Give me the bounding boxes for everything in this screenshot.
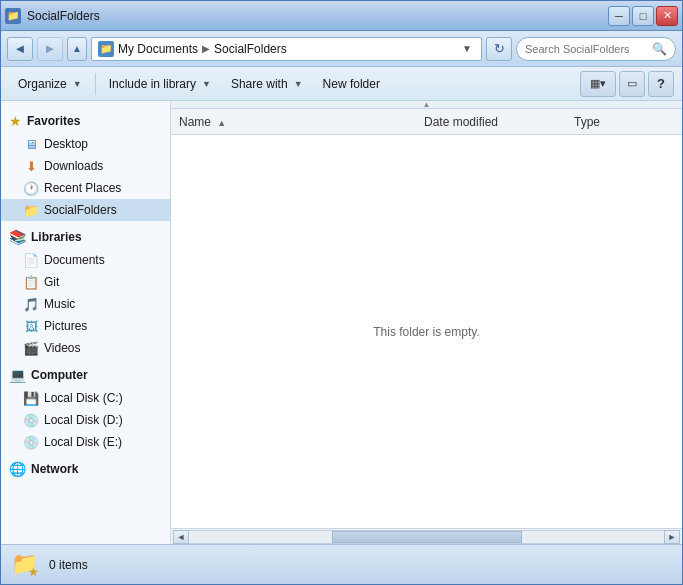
toolbar: Organize ▼ Include in library ▼ Share wi… [1, 67, 682, 101]
sidebar-item-disk-e[interactable]: 💿 Local Disk (E:) [1, 431, 170, 453]
sidebar-item-downloads-label: Downloads [44, 159, 103, 173]
window-icon: 📁 [5, 8, 21, 24]
path-dropdown-arrow[interactable]: ▼ [459, 43, 475, 54]
back-button[interactable]: ◄ [7, 37, 33, 61]
views-button[interactable]: ▦▾ [580, 71, 616, 97]
path-root: My Documents [118, 42, 198, 56]
libraries-header[interactable]: 📚 Libraries [1, 225, 170, 249]
maximize-button[interactable]: □ [632, 6, 654, 26]
sidebar-item-git[interactable]: 📋 Git [1, 271, 170, 293]
empty-message: This folder is empty. [373, 325, 479, 339]
videos-icon: 🎬 [23, 340, 39, 356]
close-button[interactable]: ✕ [656, 6, 678, 26]
col-date-header[interactable]: Date modified [424, 115, 574, 129]
include-chevron: ▼ [202, 79, 211, 89]
title-bar-left: 📁 SocialFolders [5, 8, 100, 24]
network-header[interactable]: 🌐 Network [1, 457, 170, 481]
window-title: SocialFolders [27, 9, 100, 23]
sidebar-item-git-label: Git [44, 275, 59, 289]
forward-button[interactable]: ► [37, 37, 63, 61]
up-button[interactable]: ▲ [67, 37, 87, 61]
toolbar-separator-1 [95, 73, 96, 95]
sidebar-item-disk-c[interactable]: 💾 Local Disk (C:) [1, 387, 170, 409]
sidebar-item-disk-e-label: Local Disk (E:) [44, 435, 122, 449]
path-child: SocialFolders [214, 42, 287, 56]
help-button[interactable]: ? [648, 71, 674, 97]
sidebar-item-music[interactable]: 🎵 Music [1, 293, 170, 315]
computer-label: Computer [31, 368, 88, 382]
search-input[interactable] [525, 43, 648, 55]
collapse-bar[interactable]: ▲ [171, 101, 682, 109]
libraries-section: 📚 Libraries 📄 Documents 📋 Git 🎵 Music 🖼 [1, 225, 170, 359]
toolbar-right: ▦▾ ▭ ? [580, 71, 674, 97]
refresh-button[interactable]: ↻ [486, 37, 512, 61]
recent-icon: 🕐 [23, 180, 39, 196]
sidebar-item-videos-label: Videos [44, 341, 80, 355]
content-area: This folder is empty. [171, 135, 682, 528]
computer-icon: 💻 [9, 367, 26, 383]
network-label: Network [31, 462, 78, 476]
col-type-header[interactable]: Type [574, 115, 674, 129]
sidebar-item-downloads[interactable]: ⬇ Downloads [1, 155, 170, 177]
share-with-button[interactable]: Share with ▼ [222, 71, 312, 97]
col-name-header[interactable]: Name ▲ [179, 115, 424, 129]
favorites-star-icon: ★ [9, 113, 22, 129]
git-icon: 📋 [23, 274, 39, 290]
sidebar-item-documents-label: Documents [44, 253, 105, 267]
favorites-header[interactable]: ★ Favorites [1, 109, 170, 133]
sidebar-item-disk-d[interactable]: 💿 Local Disk (D:) [1, 409, 170, 431]
search-box: 🔍 [516, 37, 676, 61]
sidebar-item-recent[interactable]: 🕐 Recent Places [1, 177, 170, 199]
horizontal-scrollbar: ◄ ► [171, 528, 682, 544]
downloads-icon: ⬇ [23, 158, 39, 174]
scroll-left-button[interactable]: ◄ [173, 530, 189, 544]
desktop-icon: 🖥 [23, 136, 39, 152]
address-path[interactable]: 📁 My Documents ▶ SocialFolders ▼ [91, 37, 482, 61]
computer-header[interactable]: 💻 Computer [1, 363, 170, 387]
disk-e-icon: 💿 [23, 434, 39, 450]
documents-icon: 📄 [23, 252, 39, 268]
sidebar-item-music-label: Music [44, 297, 75, 311]
sidebar-item-desktop[interactable]: 🖥 Desktop [1, 133, 170, 155]
organize-button[interactable]: Organize ▼ [9, 71, 91, 97]
disk-d-icon: 💿 [23, 412, 39, 428]
sidebar-item-pictures[interactable]: 🖼 Pictures [1, 315, 170, 337]
scroll-track[interactable] [189, 530, 664, 544]
collapse-arrow: ▲ [423, 101, 431, 109]
sidebar-item-social[interactable]: 📁 SocialFolders [1, 199, 170, 221]
minimize-button[interactable]: ─ [608, 6, 630, 26]
sidebar: ★ Favorites 🖥 Desktop ⬇ Downloads 🕐 Rece… [1, 101, 171, 544]
sidebar-item-documents[interactable]: 📄 Documents [1, 249, 170, 271]
network-icon: 🌐 [9, 461, 26, 477]
title-buttons: ─ □ ✕ [608, 6, 678, 26]
favorites-section: ★ Favorites 🖥 Desktop ⬇ Downloads 🕐 Rece… [1, 109, 170, 221]
scroll-right-button[interactable]: ► [664, 530, 680, 544]
share-chevron: ▼ [294, 79, 303, 89]
sidebar-item-videos[interactable]: 🎬 Videos [1, 337, 170, 359]
status-star-icon: ★ [28, 565, 39, 579]
main-area: ★ Favorites 🖥 Desktop ⬇ Downloads 🕐 Rece… [1, 101, 682, 544]
computer-section: 💻 Computer 💾 Local Disk (C:) 💿 Local Dis… [1, 363, 170, 453]
network-section: 🌐 Network [1, 457, 170, 481]
sort-arrow: ▲ [217, 118, 226, 128]
title-bar: 📁 SocialFolders ─ □ ✕ [1, 1, 682, 31]
status-count: 0 items [49, 558, 88, 572]
new-folder-button[interactable]: New folder [314, 71, 389, 97]
preview-pane-button[interactable]: ▭ [619, 71, 645, 97]
include-library-button[interactable]: Include in library ▼ [100, 71, 220, 97]
sidebar-item-recent-label: Recent Places [44, 181, 121, 195]
social-icon: 📁 [23, 202, 39, 218]
sidebar-item-pictures-label: Pictures [44, 319, 87, 333]
path-icon: 📁 [98, 41, 114, 57]
content-pane: ▲ Name ▲ Date modified Type This folder … [171, 101, 682, 544]
libraries-label: Libraries [31, 230, 82, 244]
scroll-thumb[interactable] [332, 531, 522, 543]
status-bar: 📁 ★ 0 items [1, 544, 682, 584]
sidebar-item-disk-c-label: Local Disk (C:) [44, 391, 123, 405]
sidebar-item-disk-d-label: Local Disk (D:) [44, 413, 123, 427]
search-icon[interactable]: 🔍 [652, 42, 667, 56]
explorer-window: 📁 SocialFolders ─ □ ✕ ◄ ► ▲ 📁 My Documen… [0, 0, 683, 585]
libraries-icon: 📚 [9, 229, 26, 245]
favorites-label: Favorites [27, 114, 80, 128]
pictures-icon: 🖼 [23, 318, 39, 334]
